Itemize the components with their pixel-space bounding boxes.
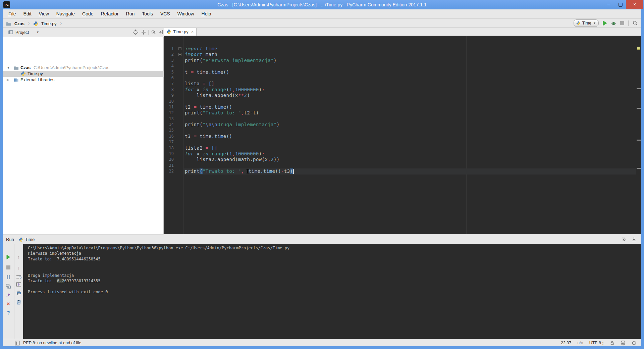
chevron-down-icon[interactable]: ▼ bbox=[36, 28, 39, 37]
inspection-status-icon[interactable] bbox=[637, 47, 640, 50]
line-number: 6 bbox=[164, 75, 183, 81]
menu-file[interactable]: File bbox=[5, 9, 20, 18]
fold-marker-icon[interactable]: − bbox=[178, 47, 181, 50]
breadcrumb-file[interactable]: Time.py bbox=[40, 19, 57, 28]
menu-refactor[interactable]: Refactor bbox=[97, 9, 122, 18]
caret-position[interactable]: 22:37 bbox=[561, 341, 571, 345]
code-line-15[interactable]: 15 bbox=[164, 128, 641, 133]
menu-window[interactable]: Window bbox=[174, 9, 198, 18]
code-line-17[interactable]: 17 bbox=[164, 139, 641, 145]
down-stack-trace-button[interactable]: ↓ bbox=[17, 265, 20, 270]
menu-code[interactable]: Code bbox=[78, 9, 97, 18]
collapse-arrow-icon[interactable]: ▶ bbox=[7, 77, 9, 83]
scroll-to-end-button[interactable] bbox=[16, 282, 21, 288]
code-line-2[interactable]: 2−import math bbox=[164, 52, 641, 57]
line-number: 1− bbox=[164, 46, 183, 52]
encoding-indicator[interactable]: UTF-8▲▼ bbox=[589, 341, 604, 345]
code-line-8[interactable]: 8for x in range(1,10000000): bbox=[164, 87, 641, 93]
collapse-all-icon[interactable] bbox=[141, 30, 146, 35]
line-number: 19 bbox=[164, 151, 183, 157]
code-line-7[interactable]: 7lista = [] bbox=[164, 81, 641, 87]
code-line-6[interactable]: 6 bbox=[164, 75, 641, 81]
code-line-19[interactable]: 19for x in range(1,10000000): bbox=[164, 151, 641, 157]
close-button[interactable]: × bbox=[7, 302, 10, 306]
code-lines: 1−import time2−import math3print("Pierws… bbox=[164, 46, 641, 174]
run-config-button[interactable]: Time ▼ bbox=[574, 19, 599, 27]
code-line-9[interactable]: 9 lista.append(x**2) bbox=[164, 93, 641, 98]
menu-vcs[interactable]: VCS bbox=[157, 9, 174, 18]
stripe-mark[interactable] bbox=[637, 140, 641, 141]
pin-tab-button[interactable] bbox=[6, 293, 11, 299]
code-line-21[interactable]: 21 bbox=[164, 163, 641, 168]
soft-wrap-button[interactable] bbox=[16, 274, 21, 281]
close-icon[interactable]: × bbox=[191, 29, 194, 34]
tree-row-project-root[interactable]: ▼ Czas C:\Users\Admin\PycharmProjects\Cz… bbox=[3, 65, 164, 71]
hide-panel-icon[interactable] bbox=[631, 237, 637, 242]
expand-arrow-icon[interactable]: ▼ bbox=[7, 65, 10, 71]
project-panel-header[interactable]: Project ▼ bbox=[3, 28, 164, 37]
error-stripe[interactable] bbox=[636, 36, 641, 234]
console-line bbox=[28, 262, 289, 267]
debug-button[interactable] bbox=[611, 21, 616, 26]
stripe-mark[interactable] bbox=[637, 88, 641, 89]
code-line-4[interactable]: 4 bbox=[164, 63, 641, 69]
dock-pin-icon[interactable] bbox=[158, 30, 164, 35]
clear-all-button[interactable] bbox=[16, 299, 21, 306]
lock-icon[interactable] bbox=[610, 341, 614, 345]
status-message[interactable]: PEP 8: no newline at end of file bbox=[23, 341, 82, 345]
menu-navigate[interactable]: Navigate bbox=[53, 9, 78, 18]
stripe-mark[interactable] bbox=[637, 168, 641, 169]
minimize-button[interactable]: – bbox=[603, 0, 614, 9]
close-button[interactable]: × bbox=[626, 0, 643, 9]
stop-button[interactable] bbox=[6, 265, 10, 270]
menu-run[interactable]: Run bbox=[122, 9, 139, 18]
menu-help[interactable]: Help bbox=[198, 9, 215, 18]
menu-view[interactable]: View bbox=[35, 9, 53, 18]
code-line-18[interactable]: 18lista2 = [] bbox=[164, 145, 641, 151]
code-line-5[interactable]: 5t = time.time() bbox=[164, 69, 641, 75]
code-line-3[interactable]: 3print("Pierwsza implementacja") bbox=[164, 58, 641, 63]
run-button[interactable] bbox=[603, 20, 607, 26]
breadcrumb-project[interactable]: Czas bbox=[13, 19, 24, 28]
stripe-mark[interactable] bbox=[637, 108, 641, 109]
code-line-13[interactable]: 13 bbox=[164, 116, 641, 122]
code-line-22[interactable]: 22print("Trwało to: ", time.time()-t3) bbox=[164, 168, 641, 174]
rerun-button[interactable] bbox=[7, 255, 10, 260]
run-console[interactable]: C:\Users\Admin\AppData\Local\Programs\Py… bbox=[23, 244, 641, 339]
code-line-1[interactable]: 1−import time bbox=[164, 46, 641, 52]
code-line-11[interactable]: 11t2 = time.time() bbox=[164, 104, 641, 110]
toolwindow-toggle-icon[interactable] bbox=[15, 341, 20, 346]
stop-button[interactable] bbox=[620, 21, 624, 25]
code-line-14[interactable]: 14print("\n\nDruga implementacja") bbox=[164, 122, 641, 128]
pycharm-logo-icon: PC bbox=[3, 1, 10, 8]
restore-layout-button[interactable] bbox=[6, 284, 11, 290]
settings-gear-icon[interactable] bbox=[621, 237, 627, 242]
help-button[interactable]: ? bbox=[7, 310, 10, 315]
code-line-10[interactable]: 10 bbox=[164, 99, 641, 104]
tab-time-py[interactable]: Time.py × bbox=[164, 28, 197, 36]
hector-inspections-icon[interactable] bbox=[621, 341, 626, 346]
maximize-button[interactable]: ▢ bbox=[615, 0, 626, 9]
code-line-20[interactable]: 20 lista2.append(math.pow(x,2)) bbox=[164, 157, 641, 162]
event-log-icon[interactable] bbox=[632, 341, 637, 346]
print-button[interactable] bbox=[16, 290, 21, 297]
fold-marker-icon[interactable]: − bbox=[178, 53, 181, 56]
console-line bbox=[28, 284, 289, 289]
search-everywhere-icon[interactable] bbox=[633, 20, 638, 26]
line-number: 8 bbox=[164, 87, 183, 93]
project-root-path: C:\Users\Admin\PycharmProjects\Czas bbox=[34, 65, 109, 71]
code-editor[interactable]: 1−import time2−import math3print("Pierws… bbox=[164, 36, 641, 234]
up-stack-trace-button[interactable]: ↑ bbox=[17, 255, 20, 259]
code-line-12[interactable]: 12print("Trwało to: ",t2-t) bbox=[164, 110, 641, 116]
menu-tools[interactable]: Tools bbox=[138, 9, 157, 18]
code-line-16[interactable]: 16t3 = time.time() bbox=[164, 134, 641, 139]
title-bar[interactable]: PC Czas - [C:\Users\Admin\PycharmProject… bbox=[0, 0, 644, 9]
menu-edit[interactable]: Edit bbox=[20, 9, 35, 18]
line-separator-indicator[interactable]: n/a bbox=[577, 341, 583, 345]
locate-icon[interactable] bbox=[133, 30, 138, 35]
settings-gear-icon[interactable] bbox=[151, 30, 156, 35]
tree-row-external-libraries[interactable]: ▶ External Libraries bbox=[3, 77, 164, 83]
run-console-tab[interactable]: Time bbox=[17, 236, 37, 243]
pause-output-button[interactable] bbox=[7, 275, 10, 280]
tree-row-file-selected[interactable]: Time.py bbox=[3, 71, 164, 77]
